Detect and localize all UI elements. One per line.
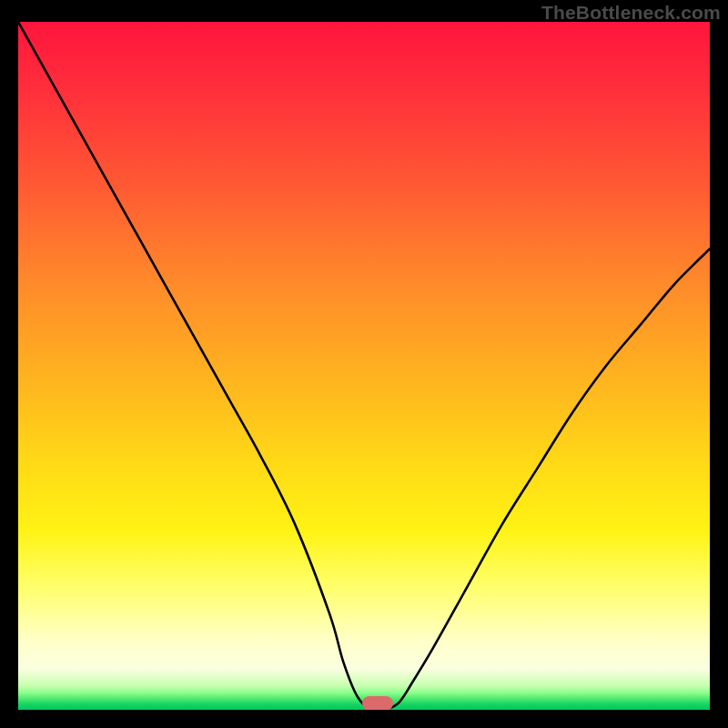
watermark-text: TheBottleneck.com: [541, 2, 721, 24]
curve-path: [18, 22, 710, 710]
chart-frame: TheBottleneck.com: [0, 0, 728, 728]
bottleneck-curve: [18, 22, 710, 710]
plot-area: [18, 22, 710, 710]
optimum-marker: [362, 696, 393, 710]
